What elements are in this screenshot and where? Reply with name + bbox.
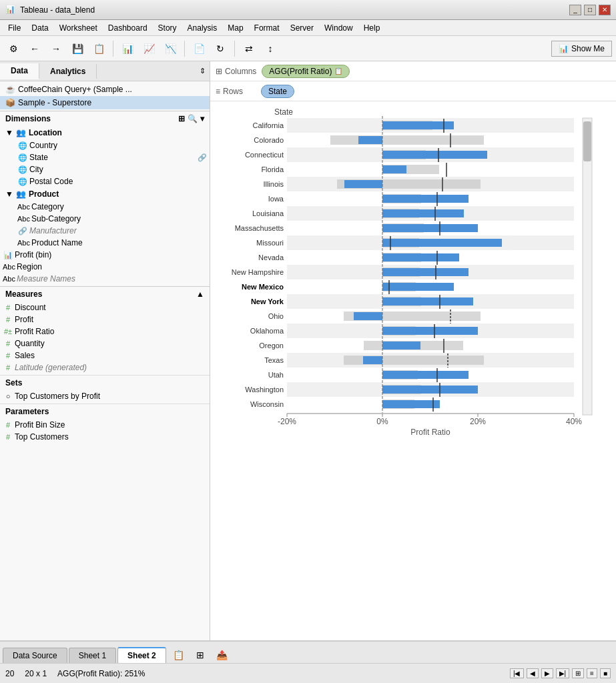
show-me-button[interactable]: 📊 Show Me [551, 41, 612, 57]
profit-label: Profit [15, 315, 207, 324]
grid-icon[interactable]: ⊞ [178, 114, 185, 123]
svg-rect-75 [382, 327, 478, 335]
columns-pill[interactable]: AGG(Profit Ratio) 📋 [262, 65, 350, 78]
svg-rect-5 [382, 121, 454, 129]
meas-profitratio[interactable]: #± Profit Ratio [0, 325, 210, 337]
location-group-header[interactable]: ▼ 👥 Location [0, 126, 210, 139]
present-icon[interactable]: 📤 [211, 647, 233, 663]
new-sheet-icon[interactable]: 📋 [168, 647, 190, 663]
latitude-label: Latitude (generated) [15, 363, 207, 372]
search-icon[interactable]: 🔍 [188, 114, 198, 123]
scroll-up-icon[interactable]: ▲ [196, 289, 204, 299]
dim-country[interactable]: 🌐 Country [0, 139, 210, 151]
svg-text:Ohio: Ohio [268, 312, 284, 320]
nav-list-button[interactable]: ≡ [587, 668, 597, 678]
save-button[interactable]: 💾 [68, 39, 87, 58]
svg-text:Florida: Florida [261, 165, 284, 173]
dim-subcategory[interactable]: Abc Sub-Category [0, 213, 210, 225]
parameters-section: Parameters # Profit Bin Size # Top Custo… [0, 404, 210, 443]
tab-datasource[interactable]: Data Source [3, 648, 67, 663]
dim-region[interactable]: Abc Region [0, 261, 210, 273]
svg-text:Missouri: Missouri [256, 239, 284, 247]
measures-label: Measures [5, 289, 42, 299]
chart-viewport[interactable]: State .state-text { font-size: 11px; fil… [210, 101, 616, 640]
dim-state[interactable]: 🌐 State 🔗 [0, 151, 210, 163]
menu-item-dashboard[interactable]: Dashboard [103, 22, 153, 34]
rows-pill[interactable]: State [261, 85, 294, 98]
tree-area: ▼ 👥 Location 🌐 Country 🌐 State 🔗 🌐 City [0, 126, 210, 640]
menu-item-help[interactable]: Help [358, 22, 386, 34]
globe-icon-postal: 🌐 [17, 177, 28, 186]
menu-item-map[interactable]: Map [222, 22, 248, 34]
svg-text:40%: 40% [566, 417, 582, 426]
down-arrow-icon[interactable]: ▾ [200, 114, 204, 123]
menu-item-format[interactable]: Format [249, 22, 285, 34]
left-panel: Data Analytics ⇕ ☕ CoffeeChain Query+ (S… [0, 61, 210, 640]
menu-item-worksheet[interactable]: Worksheet [54, 22, 103, 34]
dim-city[interactable]: 🌐 City [0, 163, 210, 175]
add-datasource-button[interactable]: 📋 [89, 39, 108, 58]
data-tab[interactable]: Data [0, 63, 39, 79]
abc-icon-mn: Abc [3, 275, 15, 283]
param-profitbinsize[interactable]: # Profit Bin Size [0, 419, 210, 431]
separator-2 [184, 41, 185, 57]
meas-latitude[interactable]: # Latitude (generated) [0, 362, 210, 374]
minimize-button[interactable]: _ [569, 5, 581, 15]
forward-button[interactable]: → [47, 39, 65, 58]
datasource-superstore[interactable]: 📦 Sample - Superstore [0, 96, 210, 109]
nav-grid-button[interactable]: ⊞ [572, 668, 584, 678]
columns-grid-icon: ⊞ [216, 67, 222, 76]
sets-section: Sets ○ Top Customers by Profit [0, 375, 210, 402]
datasource-coffeechain[interactable]: ☕ CoffeeChain Query+ (Sample ... [0, 83, 210, 96]
separator-3 [234, 41, 235, 57]
set-topcustomers[interactable]: ○ Top Customers by Profit [0, 390, 210, 402]
close-button[interactable]: ✕ [599, 5, 611, 15]
chart-type3-button[interactable]: 📉 [161, 39, 180, 58]
nav-stop-button[interactable]: ■ [600, 668, 611, 678]
nav-prev-button[interactable]: ◀ [527, 668, 539, 678]
nav-first-button[interactable]: |◀ [510, 668, 524, 678]
rows-shelf: ≡ Rows State [210, 81, 616, 101]
dim-postal[interactable]: 🌐 Postal Code [0, 175, 210, 187]
meas-profit[interactable]: # Profit [0, 313, 210, 325]
swap-button[interactable]: ⇄ [240, 39, 258, 58]
product-group-label: Product [29, 189, 59, 199]
tab-sheet2[interactable]: Sheet 2 [117, 647, 166, 663]
duplicate-button[interactable]: 📄 [190, 39, 208, 58]
dim-category[interactable]: Abc Category [0, 201, 210, 213]
nav-next-button[interactable]: ▶ [541, 668, 553, 678]
maximize-button[interactable]: □ [584, 5, 596, 15]
superstore-icon: 📦 [5, 98, 15, 107]
dim-measurenames[interactable]: Abc Measure Names [0, 273, 210, 285]
meas-discount[interactable]: # Discount [0, 301, 210, 313]
menu-item-server[interactable]: Server [285, 22, 319, 34]
back-button[interactable]: ← [25, 39, 44, 58]
dimensions-label: Dimensions [5, 114, 51, 123]
chart-type2-button[interactable]: 📈 [139, 39, 158, 58]
dim-productname[interactable]: Abc Product Name [0, 237, 210, 249]
chart-type-button[interactable]: 📊 [118, 39, 137, 58]
menu-item-file[interactable]: File [3, 22, 26, 34]
menu-item-data[interactable]: Data [26, 22, 53, 34]
dim-manufacturer[interactable]: 🔗 Manufacturer [0, 225, 210, 237]
svg-text:Louisiana: Louisiana [252, 209, 284, 217]
expand-icon-product: ▼ [5, 189, 13, 199]
tab-sheet1[interactable]: Sheet 1 [69, 648, 116, 663]
menu-item-story[interactable]: Story [153, 22, 182, 34]
svg-text:Illinois: Illinois [263, 180, 284, 188]
refresh-button[interactable]: ↻ [211, 39, 230, 58]
param-topcustomers[interactable]: # Top Customers [0, 431, 210, 443]
new-button[interactable]: ⚙ [4, 39, 23, 58]
topcustomers-param-label: Top Customers [15, 432, 207, 442]
duplicate-sheet-icon[interactable]: ⊞ [191, 647, 210, 663]
product-group-header[interactable]: ▼ 👥 Product [0, 187, 210, 201]
dim-profitbin[interactable]: 📊 Profit (bin) [0, 249, 210, 261]
meas-sales[interactable]: # Sales [0, 350, 210, 362]
sort-button[interactable]: ↕ [261, 39, 280, 58]
menu-item-analysis[interactable]: Analysis [182, 22, 223, 34]
analytics-tab[interactable]: Analytics [39, 64, 97, 79]
meas-quantity[interactable]: # Quantity [0, 337, 210, 350]
menu-item-window[interactable]: Window [319, 22, 358, 34]
nav-last-button[interactable]: ▶| [556, 668, 570, 678]
hash-icon-qty: # [3, 339, 13, 348]
